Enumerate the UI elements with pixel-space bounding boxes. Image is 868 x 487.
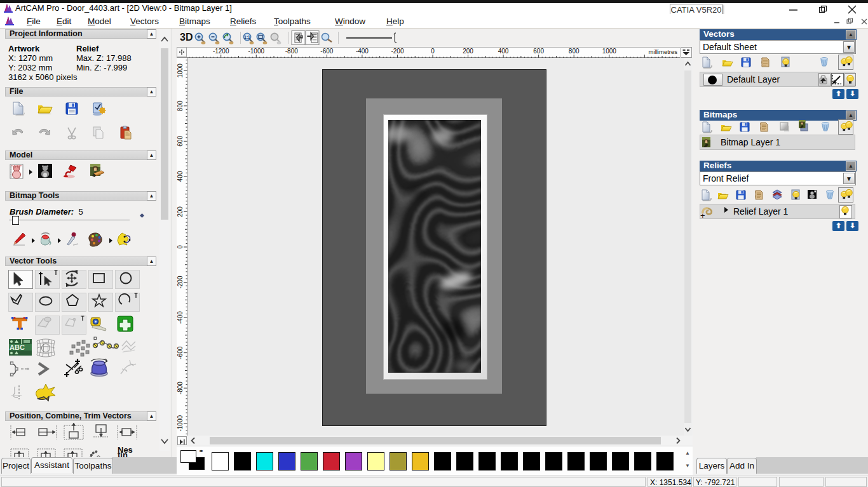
svg-text:400: 400 [177,171,184,182]
svg-text:800: 800 [177,100,184,111]
svg-text:-400: -400 [177,311,184,324]
svg-text:-400: -400 [356,48,369,55]
svg-text:200: 200 [463,48,473,55]
svg-text:1000: 1000 [177,63,184,78]
svg-text:tin: tin [118,450,128,457]
svg-text:+: + [700,211,705,220]
svg-text:0: 0 [431,48,435,55]
svg-text:-1000: -1000 [177,415,184,432]
svg-text:-600: -600 [320,48,333,55]
svg-text:-1200: -1200 [213,48,229,55]
svg-text:400: 400 [498,48,509,55]
svg-text:millimetres: millimetres [649,48,678,55]
svg-text:200: 200 [177,206,184,217]
svg-text:-800: -800 [177,382,184,394]
svg-text:-200: -200 [177,276,184,288]
svg-text:-800: -800 [285,48,298,55]
svg-text:-200: -200 [391,48,403,55]
svg-text:0: 0 [177,245,184,249]
svg-text:-600: -600 [177,346,184,359]
svg-text:800: 800 [569,48,580,55]
svg-text:1:1: 1:1 [244,35,250,39]
svg-text:1000: 1000 [602,48,617,55]
svg-text:600: 600 [177,136,184,147]
svg-text:600: 600 [533,48,544,55]
svg-text:-1000: -1000 [248,48,264,55]
svg-text:ABC: ABC [10,344,25,351]
